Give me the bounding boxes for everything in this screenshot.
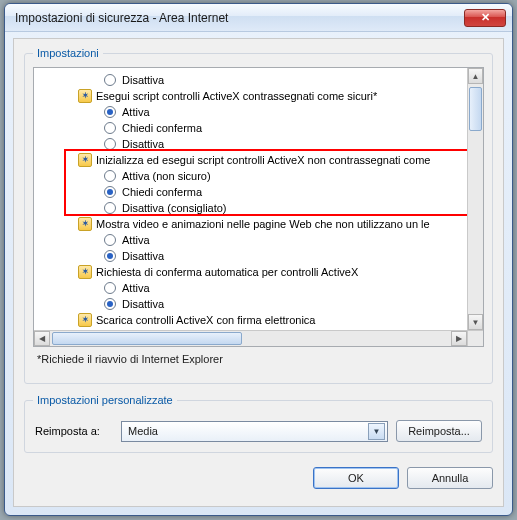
option-label: Disattiva xyxy=(122,296,164,312)
activex-section-icon: ✶ xyxy=(78,265,92,279)
tree-option[interactable]: Disattiva (consigliato) xyxy=(34,200,467,216)
tree-section: ✶Richiesta di conferma automatica per co… xyxy=(34,264,467,280)
reset-row: Reimposta a: Media ▼ Reimposta... xyxy=(33,414,484,444)
option-label: Chiedi conferma xyxy=(122,120,202,136)
option-label: Attiva xyxy=(122,232,150,248)
radio-icon[interactable] xyxy=(104,282,116,294)
tree-option[interactable]: Disattiva xyxy=(34,136,467,152)
section-label: Esegui script controlli ActiveX contrass… xyxy=(96,88,377,104)
scroll-down-button[interactable]: ▼ xyxy=(468,314,483,330)
settings-tree[interactable]: Disattiva✶Esegui script controlli Active… xyxy=(34,68,467,330)
vscroll-track[interactable] xyxy=(468,84,483,314)
tree-option[interactable]: Attiva (non sicuro) xyxy=(34,168,467,184)
tree-section: ✶Esegui script controlli ActiveX contras… xyxy=(34,88,467,104)
restart-note: *Richiede il riavvio di Internet Explore… xyxy=(37,353,482,365)
tree-section: ✶Inizializza ed esegui script controlli … xyxy=(34,152,467,168)
radio-icon[interactable] xyxy=(104,106,116,118)
reset-label: Reimposta a: xyxy=(35,425,113,437)
client-area: Impostazioni Disattiva✶Esegui script con… xyxy=(13,38,504,507)
hscroll-thumb[interactable] xyxy=(52,332,242,345)
activex-section-icon: ✶ xyxy=(78,153,92,167)
section-label: Inizializza ed esegui script controlli A… xyxy=(96,152,430,168)
radio-icon[interactable] xyxy=(104,250,116,262)
tree-option[interactable]: Attiva xyxy=(34,104,467,120)
titlebar[interactable]: Impostazioni di sicurezza - Area Interne… xyxy=(5,4,512,32)
option-label: Attiva xyxy=(122,104,150,120)
activex-section-icon: ✶ xyxy=(78,313,92,327)
activex-section-icon: ✶ xyxy=(78,217,92,231)
tree-option[interactable]: Disattiva xyxy=(34,72,467,88)
radio-icon[interactable] xyxy=(104,234,116,246)
settings-tree-container: Disattiva✶Esegui script controlli Active… xyxy=(33,67,484,347)
radio-icon[interactable] xyxy=(104,298,116,310)
option-label: Disattiva xyxy=(122,136,164,152)
radio-icon[interactable] xyxy=(104,170,116,182)
reset-level-combo[interactable]: Media ▼ xyxy=(121,421,388,442)
custom-settings-legend: Impostazioni personalizzate xyxy=(33,394,177,406)
option-label: Chiedi conferma xyxy=(122,184,202,200)
option-label: Attiva (non sicuro) xyxy=(122,168,211,184)
tree-option[interactable]: Chiedi conferma xyxy=(34,184,467,200)
scroll-right-button[interactable]: ▶ xyxy=(451,331,467,346)
dialog-window: Impostazioni di sicurezza - Area Interne… xyxy=(4,3,513,516)
ok-button[interactable]: OK xyxy=(313,467,399,489)
tree-option[interactable]: Disattiva xyxy=(34,248,467,264)
cancel-button[interactable]: Annulla xyxy=(407,467,493,489)
activex-section-icon: ✶ xyxy=(78,89,92,103)
dialog-buttons: OK Annulla xyxy=(24,467,493,489)
radio-icon[interactable] xyxy=(104,202,116,214)
tree-option[interactable]: Attiva xyxy=(34,280,467,296)
tree-option[interactable]: Attiva xyxy=(34,232,467,248)
tree-option[interactable]: Disattiva xyxy=(34,296,467,312)
tree-section: ✶Scarica controlli ActiveX con firma ele… xyxy=(34,312,467,328)
option-label: Attiva xyxy=(122,280,150,296)
option-label: Disattiva xyxy=(122,248,164,264)
vertical-scrollbar[interactable]: ▲ ▼ xyxy=(467,68,483,330)
tree-option[interactable]: Chiedi conferma xyxy=(34,120,467,136)
settings-legend: Impostazioni xyxy=(33,47,103,59)
scroll-left-button[interactable]: ◀ xyxy=(34,331,50,346)
custom-settings-groupbox: Impostazioni personalizzate Reimposta a:… xyxy=(24,394,493,453)
settings-groupbox: Impostazioni Disattiva✶Esegui script con… xyxy=(24,47,493,384)
tree-section: ✶Mostra video e animazioni nelle pagine … xyxy=(34,216,467,232)
radio-icon[interactable] xyxy=(104,186,116,198)
option-label: Disattiva xyxy=(122,72,164,88)
close-button[interactable]: ✕ xyxy=(464,9,506,27)
section-label: Richiesta di conferma automatica per con… xyxy=(96,264,358,280)
reset-level-value: Media xyxy=(128,425,368,437)
close-icon: ✕ xyxy=(481,11,490,24)
section-label: Scarica controlli ActiveX con firma elet… xyxy=(96,312,315,328)
scroll-corner xyxy=(467,330,483,346)
option-label: Disattiva (consigliato) xyxy=(122,200,227,216)
hscroll-track[interactable] xyxy=(50,331,451,346)
radio-icon[interactable] xyxy=(104,122,116,134)
radio-icon[interactable] xyxy=(104,138,116,150)
vscroll-thumb[interactable] xyxy=(469,87,482,131)
scroll-up-button[interactable]: ▲ xyxy=(468,68,483,84)
section-label: Mostra video e animazioni nelle pagine W… xyxy=(96,216,430,232)
reset-button[interactable]: Reimposta... xyxy=(396,420,482,442)
window-title: Impostazioni di sicurezza - Area Interne… xyxy=(15,11,464,25)
radio-icon[interactable] xyxy=(104,74,116,86)
horizontal-scrollbar[interactable]: ◀ ▶ xyxy=(34,330,467,346)
chevron-down-icon: ▼ xyxy=(368,423,385,440)
